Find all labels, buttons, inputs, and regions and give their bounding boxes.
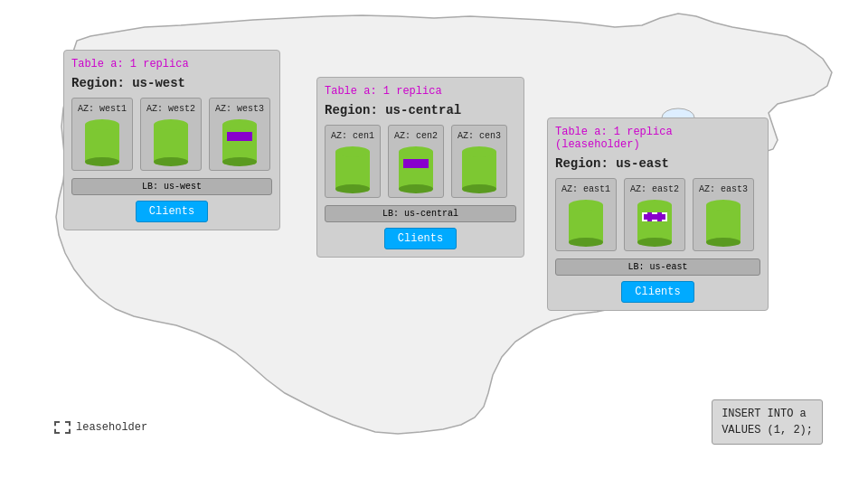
west-az1-label: AZ: west1 <box>78 104 127 114</box>
west-az2-label: AZ: west2 <box>146 104 195 114</box>
west-az2-cylinder <box>154 119 188 166</box>
central-az2-box: AZ: cen2 <box>388 125 444 198</box>
replica-block <box>403 159 429 168</box>
cyl-bottom <box>399 184 433 193</box>
sql-box: INSERT INTO a VALUES (1, 2); <box>712 399 823 445</box>
central-az-container: AZ: cen1 AZ: cen2 AZ: cen3 <box>325 125 516 198</box>
central-az1-cylinder <box>335 146 370 193</box>
central-az3-box: AZ: cen3 <box>451 125 507 198</box>
legend: leaseholder <box>54 421 147 434</box>
cyl-bottom <box>706 238 741 247</box>
central-region-label: Region: us-central <box>325 103 516 117</box>
east-az2-label: AZ: east2 <box>630 184 679 194</box>
legend-label: leaseholder <box>76 421 147 434</box>
west-region-panel: Table a: 1 replica Region: us-west AZ: w… <box>63 50 280 230</box>
west-az-container: AZ: west1 AZ: west2 AZ: west3 <box>71 98 272 171</box>
east-az3-label: AZ: east3 <box>699 184 748 194</box>
central-az1-box: AZ: cen1 <box>325 125 381 198</box>
cyl-top <box>462 146 496 157</box>
west-panel-title: Table a: 1 replica <box>71 58 272 70</box>
central-az1-label: AZ: cen1 <box>331 131 374 141</box>
east-az-container: AZ: east1 AZ: east2 AZ: east3 <box>555 178 760 251</box>
cyl-bottom <box>569 238 603 247</box>
central-az2-label: AZ: cen2 <box>394 131 438 141</box>
west-az3-label: AZ: west3 <box>215 104 264 114</box>
replica-block <box>227 132 252 141</box>
east-az1-box: AZ: east1 <box>555 178 617 251</box>
east-az3-cylinder <box>706 200 741 247</box>
central-clients-button[interactable]: Clients <box>384 228 457 249</box>
cyl-bottom <box>637 238 672 247</box>
sql-line2: VALUES (1, 2); <box>722 422 813 438</box>
east-region-panel: Table a: 1 replica (leaseholder) Region:… <box>547 117 769 311</box>
east-az1-cylinder <box>569 200 603 247</box>
cyl-bottom <box>335 184 370 193</box>
cyl-bottom <box>222 157 257 166</box>
central-az3-cylinder <box>462 146 496 193</box>
cyl-top <box>85 119 119 130</box>
cyl-top <box>637 200 672 211</box>
central-lb-bar: LB: us-central <box>325 205 516 222</box>
central-az2-cylinder <box>399 146 433 193</box>
west-region-label: Region: us-west <box>71 76 272 90</box>
central-panel-title: Table a: 1 replica <box>325 85 516 98</box>
east-panel-title: Table a: 1 replica (leaseholder) <box>555 126 760 151</box>
east-az2-box: AZ: east2 <box>624 178 685 251</box>
east-az3-box: AZ: east3 <box>693 178 754 251</box>
west-az1-box: AZ: west1 <box>71 98 133 171</box>
west-clients-button[interactable]: Clients <box>136 201 208 222</box>
east-clients-button[interactable]: Clients <box>621 281 693 303</box>
east-region-label: Region: us-east <box>555 156 760 171</box>
west-az2-box: AZ: west2 <box>140 98 202 171</box>
east-az1-label: AZ: east1 <box>561 184 610 194</box>
west-lb-bar: LB: us-west <box>71 178 272 195</box>
west-az1-cylinder <box>85 119 119 166</box>
cyl-top <box>569 200 603 211</box>
central-az3-label: AZ: cen3 <box>458 131 501 141</box>
east-az2-cylinder <box>637 200 672 247</box>
west-az3-cylinder <box>222 119 257 166</box>
cyl-bottom <box>154 157 188 166</box>
legend-dashed-box <box>54 421 71 434</box>
cyl-top <box>154 119 188 130</box>
cyl-top <box>399 146 433 157</box>
cyl-top <box>222 119 257 130</box>
west-az3-box: AZ: west3 <box>209 98 270 171</box>
east-lb-bar: LB: us-east <box>555 258 760 276</box>
cyl-top <box>335 146 370 157</box>
sql-line1: INSERT INTO a <box>722 406 813 422</box>
central-region-panel: Table a: 1 replica Region: us-central AZ… <box>316 77 524 258</box>
cyl-bottom <box>462 184 496 193</box>
cyl-bottom <box>85 157 119 166</box>
leaseholder-block <box>642 212 667 221</box>
cyl-top <box>706 200 741 211</box>
